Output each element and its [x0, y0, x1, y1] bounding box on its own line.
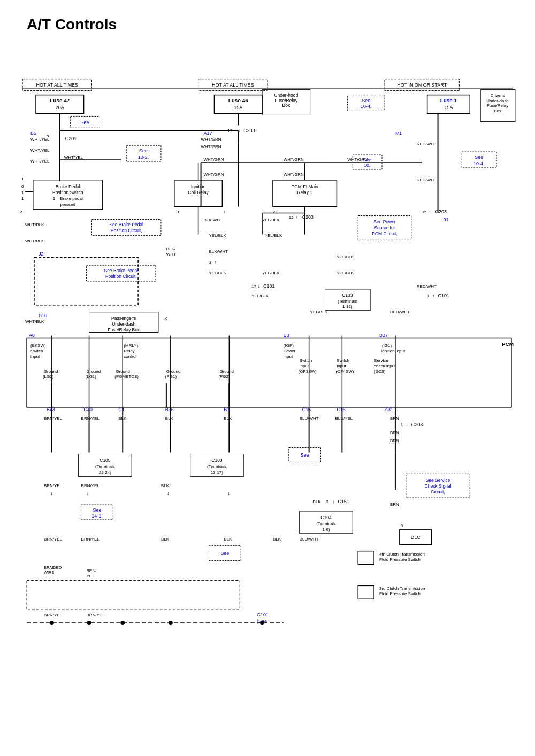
wht-blk-2: WHT/BLK: [25, 238, 44, 243]
switch-op4sw-3: (OP4SW): [335, 369, 354, 374]
ground-pg1b: (PG1): [165, 374, 177, 379]
wht-grn-6: WHT/GRN: [284, 172, 304, 177]
fuse46-amp: 15A: [234, 105, 242, 110]
b37-label: B37: [379, 333, 388, 338]
red-wht-3: RED/WHT: [417, 284, 437, 289]
fuse1-amp: 15A: [444, 105, 453, 110]
pass-underdash-3: Fuse/Relay Box: [108, 327, 140, 333]
fuse47-label: Fuse 47: [50, 97, 70, 103]
switch-num-1: 1: [21, 176, 24, 181]
yel-blk-4: YEL/BLK: [209, 271, 227, 275]
see-c15: See: [301, 452, 309, 458]
yel-blk-3: YEL/BLK: [265, 233, 282, 238]
blk-2: BLK: [165, 416, 174, 421]
igp-3: input: [284, 354, 293, 359]
underhood-label3: Box: [282, 103, 291, 108]
c103-t13-17c: 13-17): [211, 470, 223, 475]
brn-yel-6: BRN/YEL: [81, 537, 100, 542]
switch-1b: 1: [21, 196, 24, 201]
see-14-1b: 14-1.: [91, 513, 102, 519]
switch-op4sw-1: Switch: [337, 358, 349, 363]
service-2: check input: [374, 364, 396, 368]
c203-2-label: C203: [302, 214, 314, 220]
svg-rect-50: [27, 580, 240, 610]
c203-up-arrow: ↑: [296, 215, 298, 220]
ground-pg2b: (PG2): [218, 374, 230, 379]
igp-2: Power: [284, 349, 296, 353]
see-104-right-1: See: [475, 155, 483, 160]
a31-label: A31: [385, 407, 393, 412]
arrow-down-4: ↓: [227, 490, 230, 496]
yel-blk-2: YEL/BLK: [209, 233, 227, 238]
see-104-right-2: 10-4.: [473, 161, 484, 166]
wht-yel-2: WHT/YEL: [30, 148, 50, 153]
see-10-2: 10.: [364, 163, 370, 168]
relay-num-3b: 3: [222, 210, 225, 214]
hot-at-all-times-1: HOT AT ALL TIMES: [36, 82, 79, 88]
brn-yel-bottom-2: BRN/YEL: [87, 613, 105, 618]
c203-down-1: ↓: [406, 422, 408, 427]
b5-label: B5: [30, 130, 36, 136]
ign-relay-1: Ignition: [191, 184, 206, 189]
see-104-1: See: [362, 98, 370, 103]
fuse47-amp: 20A: [56, 105, 64, 110]
b16-label: B16: [39, 313, 47, 318]
c104-2: (Terminals: [316, 521, 336, 526]
blk-wht-lower2: WHT: [166, 252, 176, 257]
c101-num-1: 1: [427, 294, 430, 298]
bksw-1: (BKSW): [30, 343, 46, 348]
c1-label: C1: [118, 407, 124, 412]
blk-wht-lower: BLK/: [166, 246, 176, 251]
m1-label: M1: [395, 130, 402, 136]
wht-grn-5: WHT/GRN: [204, 172, 224, 177]
c101-down-arrow: ↓: [258, 284, 260, 289]
underhood-label: Under-hood: [274, 92, 299, 98]
red-wht-c101: RED/WHT: [390, 310, 410, 314]
blk-wht-2: BLK/WHT: [209, 249, 228, 254]
c203-1-right: 1: [401, 422, 403, 427]
blk-3: BLK: [224, 416, 232, 421]
mrly-3: control: [124, 354, 136, 359]
braided-wire-2: WIRE: [44, 570, 54, 575]
brn-3: BRN: [390, 438, 399, 443]
blk-below-c103: BLK: [161, 483, 170, 488]
drivers-label2: Under-dash: [486, 98, 509, 103]
brn-lower: BRN: [390, 502, 399, 507]
ground-pgmetcsb: (PGMETCS): [114, 374, 139, 379]
blk-wht-1: BLK/WHT: [204, 218, 223, 222]
fuse46-label: Fuse 46: [228, 97, 248, 103]
switch-1a: 1: [21, 190, 24, 195]
see-power-2: Source for: [374, 225, 395, 230]
pass-underdash-2: Under-dash: [112, 321, 135, 327]
switch-op3sw-1: Switch: [300, 358, 312, 363]
drivers-label4: Box: [494, 109, 501, 113]
brn-yel-5: BRN/YEL: [44, 537, 63, 542]
switch-op3sw-2: input: [300, 364, 309, 368]
wht-yel-5: 5: [47, 134, 49, 138]
arrow-down-1: ↓: [50, 490, 53, 496]
yel-blk-1: YEL/BLK: [262, 218, 280, 222]
drivers-label: Driver's: [491, 93, 505, 98]
c105-1: C105: [100, 458, 111, 463]
see-lower: See: [220, 551, 229, 556]
c16-label: C16: [337, 407, 345, 412]
wht-grn-3: WHT/GRN: [204, 157, 224, 162]
bksw-3: input: [30, 354, 40, 359]
see-label-1: See: [81, 120, 89, 125]
c103-t13-17b: (Terminals: [207, 464, 227, 469]
c203-3-up: ↑: [429, 210, 431, 214]
see-power-3: PCM Circuit,: [372, 231, 397, 236]
switch-0: 0: [21, 184, 24, 189]
yel-blk-9: YEL/BLK: [310, 310, 328, 314]
wht-grn-4: WHT/GRN: [347, 157, 368, 162]
brn-1: BRN: [390, 416, 399, 421]
ground-pg2: Ground: [219, 369, 234, 374]
ground-lg1b: (LG1): [86, 374, 97, 379]
4th-clutch-2: Fluid Pressure Switch: [379, 557, 421, 562]
yel-blk-8: YEL/BLK: [251, 294, 269, 298]
c203-3-label: C203: [435, 209, 447, 214]
blk-lower3: BLK: [273, 537, 281, 542]
ign-relay-2: Coil Relay: [188, 190, 209, 195]
switch-op4sw-2: input: [337, 364, 346, 368]
wht-yel-3: WHT/YEL: [30, 159, 50, 164]
